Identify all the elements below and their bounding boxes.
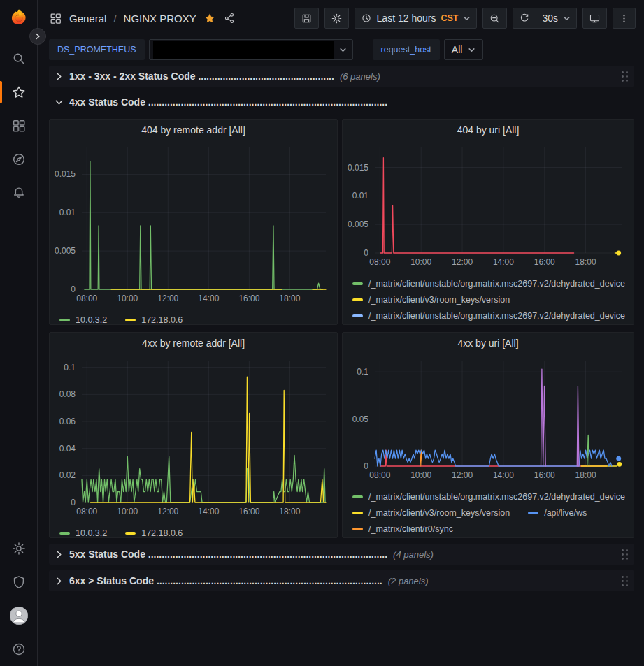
sidebar-item-dashboards[interactable] [0, 109, 38, 143]
svg-text:0: 0 [71, 498, 76, 507]
legend-swatch-icon [352, 298, 363, 301]
svg-text:10:00: 10:00 [410, 470, 431, 480]
svg-text:0.04: 0.04 [59, 444, 76, 454]
time-range-picker[interactable]: Last 12 hours CST [355, 8, 478, 29]
row-panel-count: (6 panels) [340, 71, 380, 82]
refresh-icon [519, 13, 530, 24]
legend-label: /api/live/ws [544, 508, 587, 518]
panel-title[interactable]: 4xx by remote addr [All] [50, 333, 337, 354]
time-series-chart[interactable]: 00.0050.010.01508:0010:0012:0014:0016:00… [343, 140, 634, 272]
sidebar-item-profile[interactable] [0, 599, 38, 632]
legend-label: /_matrix/client/unstable/org.matrix.msc2… [368, 492, 625, 502]
legend-row: /_matrix/client/v3/room_keys/version/api… [352, 505, 634, 521]
sidebar-item-help[interactable] [0, 632, 38, 666]
dashboard-row-4xx[interactable]: 4xx Status Code ........................… [49, 92, 634, 112]
dashboard-row-6xx[interactable]: 6xx > Status Code ......................… [49, 570, 634, 591]
share-icon[interactable] [223, 12, 236, 24]
legend-label: 10.0.3.2 [76, 528, 107, 538]
variable-select-request-host[interactable]: All [444, 39, 484, 60]
legend-row: /_matrix/client/r0/sync [352, 521, 634, 537]
svg-text:08:00: 08:00 [76, 294, 97, 303]
legend-item[interactable]: /_matrix/client/unstable/org.matrix.msc2… [352, 492, 625, 502]
variables-submenu: DS_PROMETHEUS request_host All [38, 36, 644, 63]
row-drag-handle[interactable] [621, 549, 629, 560]
bell-icon [11, 185, 27, 201]
svg-text:14:00: 14:00 [493, 470, 514, 480]
legend-row: /_matrix/client/v3/room_keys/version [352, 291, 634, 307]
zoom-out-button[interactable] [482, 8, 507, 29]
sidebar-expand-button[interactable] [29, 28, 46, 45]
kebab-menu-button[interactable] [613, 8, 636, 29]
legend-row: /_matrix/client/unstable/org.matrix.msc2… [352, 275, 634, 291]
toolbar: Last 12 hours CST [294, 8, 636, 29]
chevron-down-icon [468, 46, 475, 54]
svg-text:0.01: 0.01 [352, 191, 369, 201]
legend-swatch-icon [125, 532, 136, 535]
variable-label-request-host[interactable]: request_host [373, 39, 440, 60]
dashboard-settings-button[interactable] [324, 8, 349, 29]
cycle-view-mode-button[interactable] [582, 8, 607, 29]
refresh-button[interactable] [513, 8, 536, 29]
sidebar-item-configuration[interactable] [0, 532, 38, 565]
row-drag-handle[interactable] [621, 71, 629, 82]
svg-text:12:00: 12:00 [452, 470, 473, 480]
sidebar-item-search[interactable] [0, 42, 38, 75]
panel-title[interactable]: 404 by uri [All] [343, 120, 634, 140]
svg-text:0.05: 0.05 [352, 414, 369, 424]
legend-item[interactable]: 172.18.0.6 [125, 315, 183, 325]
sidebar-item-explore[interactable] [0, 143, 38, 176]
panel-title[interactable]: 4xx by uri [All] [343, 333, 634, 354]
redacted-value [153, 41, 334, 59]
dashboard-row-1xx-2xx-3xx[interactable]: 1xx - 3xx - 2xx Status Code ............… [49, 66, 634, 87]
legend-item[interactable]: /_matrix/client/v3/room_keys/version [352, 508, 510, 518]
panel-404-by-remote-addr: 404 by remote addr [All] 00.0050.010.015… [49, 119, 338, 325]
legend-item[interactable]: 10.0.3.2 [59, 528, 107, 538]
sidebar-item-starred[interactable] [0, 75, 38, 109]
variable-select-ds-prometheus[interactable] [149, 39, 353, 60]
svg-text:0.01: 0.01 [59, 208, 76, 217]
legend-swatch-icon [59, 532, 70, 535]
legend-item[interactable]: 10.0.3.2 [59, 315, 107, 325]
row-title: 5xx Status Code ........................… [69, 549, 387, 560]
legend-item[interactable]: /_matrix/client/r0/sync [352, 524, 453, 534]
chevron-down-icon [55, 98, 64, 107]
time-series-chart[interactable]: 00.050.108:0010:0012:0014:0016:0018:00 [343, 354, 634, 485]
chart-legend: /_matrix/client/unstable/org.matrix.msc2… [343, 485, 634, 537]
legend-item[interactable]: /_matrix/client/unstable/org.matrix.msc2… [352, 279, 625, 289]
variable-label-ds-prometheus[interactable]: DS_PROMETHEUS [49, 39, 145, 60]
svg-text:0.005: 0.005 [348, 219, 368, 229]
refresh-interval-picker[interactable]: 30s [536, 8, 577, 29]
legend-item[interactable]: /_matrix/client/unstable/org.matrix.msc2… [352, 311, 625, 321]
legend-row: /_matrix/client/unstable/org.matrix.msc2… [352, 488, 634, 505]
legend-swatch-icon [352, 528, 363, 530]
clock-icon [361, 13, 372, 24]
sidebar-item-server-admin[interactable] [0, 565, 38, 599]
legend-item[interactable]: /api/live/ws [528, 508, 587, 518]
row-drag-handle[interactable] [621, 575, 629, 587]
panel-404-by-uri: 404 by uri [All] 00.0050.010.01508:0010:… [342, 119, 634, 325]
legend-swatch-icon [528, 512, 538, 514]
save-dashboard-button[interactable] [294, 8, 319, 29]
sidebar-item-alerting[interactable] [0, 176, 38, 210]
chevron-right-icon [55, 72, 64, 81]
svg-text:12:00: 12:00 [157, 294, 178, 303]
breadcrumb-section[interactable]: General [69, 13, 106, 24]
panel-title[interactable]: 404 by remote addr [All] [50, 120, 337, 140]
time-series-chart[interactable]: 00.0050.010.01508:0010:0012:0014:0016:00… [50, 140, 337, 308]
row-panel-count: (4 panels) [393, 549, 434, 560]
legend-item[interactable]: 172.18.0.6 [125, 528, 183, 538]
gear-icon [11, 541, 27, 556]
favorite-star-icon[interactable] [203, 12, 216, 24]
legend-label: /_matrix/client/v3/room_keys/version [368, 295, 510, 305]
dashboard-row-5xx[interactable]: 5xx Status Code ........................… [49, 544, 634, 565]
time-series-chart[interactable]: 00.020.040.060.080.108:0010:0012:0014:00… [50, 354, 337, 521]
apps-grid-icon [49, 12, 62, 25]
panel-4xx-by-uri: 4xx by uri [All] 00.050.108:0010:0012:00… [342, 332, 634, 538]
breadcrumb-separator: / [113, 13, 116, 24]
grafana-logo[interactable] [8, 7, 29, 28]
drag-dots-icon [621, 71, 629, 82]
svg-text:14:00: 14:00 [198, 294, 219, 303]
star-icon [11, 85, 27, 100]
svg-text:0.005: 0.005 [55, 246, 76, 256]
legend-item[interactable]: /_matrix/client/v3/room_keys/version [352, 295, 510, 305]
